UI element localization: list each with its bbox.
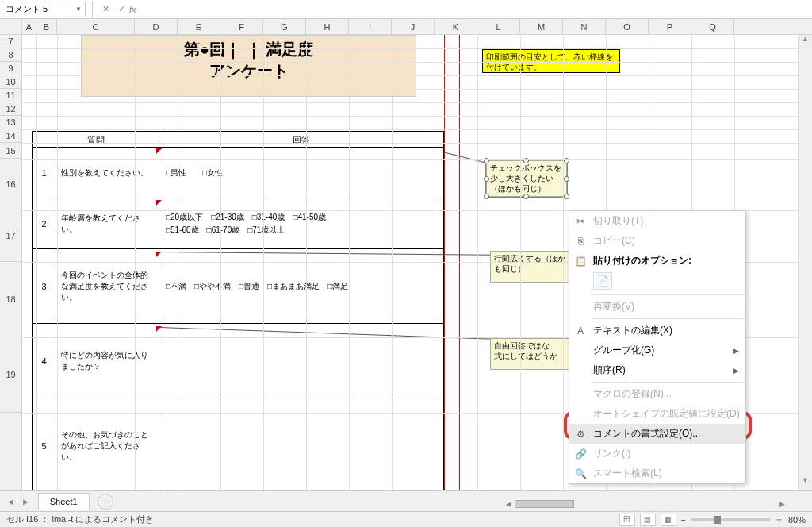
comment-indicator-icon[interactable]: [156, 252, 162, 257]
col-header[interactable]: I: [349, 19, 392, 34]
header-question: 質問: [33, 132, 159, 147]
row-header[interactable]: 13: [0, 116, 22, 129]
row-header[interactable]: 15: [0, 143, 22, 159]
ctx-autoshape-default: オートシェイプの既定値に設定(D): [569, 404, 745, 424]
comment-indicator-icon[interactable]: [156, 200, 162, 206]
row-header[interactable]: 19: [0, 337, 22, 413]
title-line-2: アンケート: [82, 60, 416, 82]
ctx-order[interactable]: 順序(R)▶: [569, 360, 745, 380]
col-header[interactable]: C: [57, 19, 135, 34]
col-header[interactable]: E: [178, 19, 220, 34]
zoom-out-button[interactable]: −: [681, 515, 686, 525]
column-headers: ABCDEFGHIJKLMNOPQ: [0, 19, 812, 35]
row-header[interactable]: 8: [0, 48, 22, 62]
chevron-left-icon[interactable]: ◄: [6, 497, 15, 506]
table-header: 質問 回答: [33, 132, 443, 148]
row-header[interactable]: 14: [0, 129, 22, 143]
col-header[interactable]: M: [520, 19, 563, 34]
comment-box-2[interactable]: 行間広くする（ほかも同じ）: [490, 251, 569, 283]
name-box[interactable]: コメント 5 ▼: [2, 2, 86, 17]
status-bar: セル I16 ： imai-t によるコメント付き 田 ▤ ▦ − ＋ 80%: [0, 511, 812, 527]
col-header[interactable]: F: [220, 19, 263, 34]
answer-cell: □男性 □女性: [159, 148, 443, 198]
col-header[interactable]: N: [563, 19, 606, 34]
answer-cell: □20歳以下 □21-30歳 □31-40歳 □41-50歳 □51-60歳 □…: [159, 198, 443, 248]
comment-text: チェックボックスを少し大きくしたい（ほかも同じ）: [490, 163, 561, 193]
ctx-comment-format[interactable]: ⚙コメントの書式設定(O)...: [569, 424, 745, 444]
chevron-down-icon[interactable]: ▼: [75, 6, 82, 13]
paste-option-icons: 📄: [569, 271, 745, 293]
horizontal-scrollbar[interactable]: ◄ ►: [503, 498, 788, 510]
scroll-left-icon[interactable]: ◄: [504, 499, 513, 509]
scroll-right-icon[interactable]: ►: [778, 499, 787, 509]
question-cell: 今回のイベントの全体的な満足度を教えてください。: [56, 249, 159, 323]
comment-box-3[interactable]: 自由回答ではな 式にしてはどうか: [490, 338, 569, 370]
scroll-up-icon[interactable]: ▲: [799, 35, 812, 49]
search-icon: 🔍: [574, 467, 587, 480]
row-header[interactable]: 11: [0, 89, 22, 102]
row-header[interactable]: 17: [0, 210, 22, 262]
select-all-corner[interactable]: [0, 19, 22, 35]
fx-icon[interactable]: fx: [129, 5, 136, 14]
col-header[interactable]: L: [477, 19, 520, 34]
question-cell: 特にどの内容が気に入りましたか？: [56, 324, 159, 398]
divider: [92, 2, 93, 17]
zoom-level[interactable]: 80%: [788, 515, 806, 525]
comment-indicator-icon[interactable]: [156, 148, 162, 154]
header-answer: 回答: [159, 132, 443, 147]
view-normal-icon[interactable]: 田: [619, 514, 635, 526]
chevron-right-icon: ▶: [733, 347, 739, 355]
row-header[interactable]: 12: [0, 102, 22, 116]
cut-icon: ✂: [574, 215, 587, 228]
ctx-macro: マクロの登録(N)...: [569, 384, 745, 404]
view-pagebreak-icon[interactable]: ▦: [661, 514, 676, 526]
col-header[interactable]: G: [263, 19, 306, 34]
sheet-tab-bar: ◄► Sheet1 + ◄ ►: [0, 490, 812, 511]
chevron-right-icon[interactable]: ►: [21, 497, 30, 506]
question-cell: 性別を教えてください。: [56, 148, 159, 198]
context-menu: ✂切り取り(T) ⎘コピー(C) 📋貼り付けのオプション: 📄 再変換(V) A…: [569, 210, 746, 484]
col-header[interactable]: J: [392, 19, 435, 34]
col-header[interactable]: B: [36, 19, 57, 34]
ctx-group[interactable]: グループ化(G)▶: [569, 340, 745, 360]
vertical-scrollbar[interactable]: ▲ ▼: [798, 35, 812, 490]
ctx-smart-lookup: 🔍スマート検索(L): [569, 464, 745, 483]
survey-title: 第●回｜ ｜ 満足度 アンケート: [81, 35, 416, 97]
link-icon: 🔗: [574, 448, 587, 460]
print-guide-line: [459, 35, 460, 490]
ctx-paste-options[interactable]: 📋貼り付けのオプション:: [569, 251, 745, 271]
title-line-1: 第●回｜ ｜ 満足度: [82, 39, 416, 60]
view-layout-icon[interactable]: ▤: [640, 514, 656, 526]
text-edit-icon: A: [574, 325, 587, 337]
row-header[interactable]: 9: [0, 62, 22, 75]
tab-nav[interactable]: ◄►: [6, 497, 30, 506]
row-header[interactable]: 18: [0, 262, 22, 337]
cancel-icon[interactable]: ✕: [98, 2, 113, 17]
paste-icon: 📋: [574, 255, 587, 267]
row-header[interactable]: 16: [0, 159, 22, 210]
ctx-edit-text[interactable]: Aテキストの編集(X): [569, 321, 745, 340]
col-header[interactable]: P: [649, 19, 691, 34]
col-header[interactable]: Q: [691, 19, 734, 34]
add-sheet-button[interactable]: +: [98, 494, 113, 510]
print-range-note: 印刷範囲の目安として、赤い枠線を付けています。: [482, 49, 620, 73]
row-header[interactable]: 7: [0, 35, 22, 48]
col-header[interactable]: A: [22, 19, 36, 34]
scroll-down-icon[interactable]: ▼: [799, 476, 812, 490]
ctx-cut: ✂切り取り(T): [569, 211, 745, 231]
check-icon[interactable]: ✓: [113, 2, 129, 17]
answer-cell: □不満 □やや不満 □普通 □まあまあ満足 □満足: [159, 249, 443, 323]
ctx-copy: ⎘コピー(C): [569, 231, 745, 251]
col-header[interactable]: K: [435, 19, 477, 34]
paste-option-icon: 📄: [593, 272, 612, 290]
comment-box-1[interactable]: チェックボックスを少し大きくしたい（ほかも同じ）: [486, 160, 567, 197]
table-row: 2年齢層を教えてください。□20歳以下 □21-30歳 □31-40歳 □41-…: [33, 198, 443, 249]
col-header[interactable]: O: [606, 19, 649, 34]
col-header[interactable]: D: [135, 19, 178, 34]
zoom-in-button[interactable]: ＋: [775, 514, 783, 525]
col-header[interactable]: H: [306, 19, 349, 34]
ctx-reconvert: 再変換(V): [569, 297, 745, 317]
sheet-tab[interactable]: Sheet1: [38, 493, 90, 510]
row-header[interactable]: 10: [0, 75, 22, 89]
zoom-slider[interactable]: [691, 518, 770, 521]
